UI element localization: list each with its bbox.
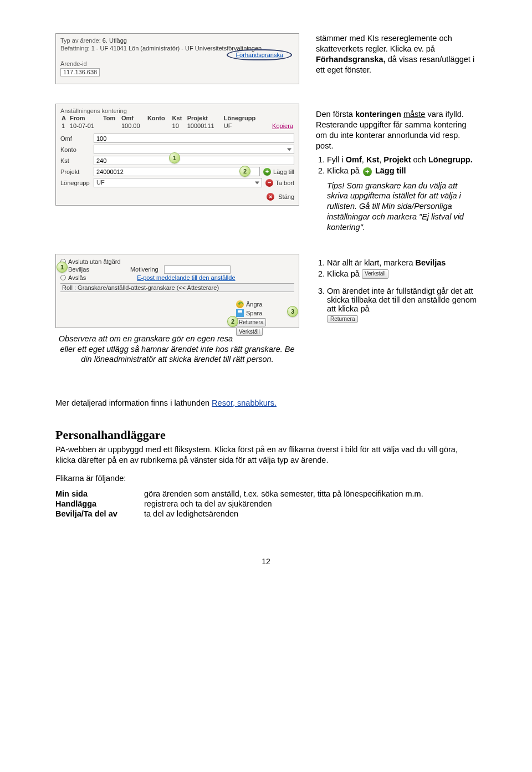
radio-avslas[interactable] (60, 275, 66, 280)
steps-kontering: Fyll i Omf, Kst, Projekt och Lönegrupp. … (316, 155, 477, 176)
para-klicka-forhandsgranska: stämmer med KIs resereglemente och skatt… (316, 33, 477, 75)
returnera-inline-button: Returnera (327, 315, 358, 323)
radio-beviljas-label: Beviljas (68, 266, 89, 273)
heading-personalhandlaggare: Personalhandläggare (55, 428, 477, 442)
step-b1: När allt är klart, markera Beviljas (327, 258, 477, 267)
lonegrupp-label: Lönegrupp (60, 180, 94, 186)
arendeid-value: 117.136.638 (60, 68, 100, 76)
callout-1: 1 (169, 152, 180, 163)
save-icon[interactable] (236, 309, 244, 317)
kst-label: Kst (60, 157, 94, 164)
arendeid-label: Ärende-id (60, 60, 87, 67)
step2: Klicka på + Lägg till (327, 166, 477, 176)
flikar-label: Flikarna är följande: (55, 473, 477, 484)
minus-icon[interactable]: – (265, 179, 273, 187)
observera-note: Observera att om en granskare gör en ege… (55, 334, 299, 365)
kopiera-link[interactable]: Kopiera (272, 122, 293, 129)
para-fliksystem: PA-webben är uppbyggd med ett fliksystem… (55, 444, 477, 466)
close-icon[interactable]: × (267, 193, 274, 201)
step-b3: Om ärendet inte är full­ständigt går det… (327, 287, 477, 323)
para-kontering-intro2: Den första konteringen måste vara ifylld… (316, 109, 477, 151)
epost-link[interactable]: E-post meddelande till den anställde (137, 274, 235, 281)
returnera-button[interactable]: Returnera (236, 318, 266, 326)
callout-2b: 2 (227, 316, 238, 327)
motivering-input[interactable] (164, 265, 231, 274)
term-bevilja: Bevilja/Ta del av (55, 509, 133, 518)
tabort-label[interactable]: Ta bort (275, 180, 294, 186)
step-b2: Klicka på Verkställ (327, 269, 477, 279)
step1: Fyll i Omf, Kst, Projekt och Lönegrupp. (327, 155, 477, 164)
forhandsgranska-link[interactable]: Förhandsgranska (227, 49, 292, 60)
callout-1b: 1 (57, 262, 68, 273)
resor-link[interactable]: Resor, snabbkurs. (212, 398, 277, 407)
radio-avsluta-label: Avsluta utan åtgärd (68, 258, 121, 265)
kontering-table: AFromTom OmfKontoKst ProjektLönegrupp 11… (60, 114, 294, 130)
mer-info: Mer detaljerad information finns i lathu… (55, 398, 477, 408)
desc-minsida: göra ärenden som anställd, t.ex. söka se… (144, 489, 477, 498)
verkstall-inline-button: Verkställ (362, 269, 388, 279)
desc-bevilja: ta del av ledighetsärenden (144, 509, 477, 518)
befattning-label: Befattning: (60, 45, 90, 52)
term-handlagga: Handlägga (55, 499, 133, 508)
konto-label: Konto (60, 146, 94, 153)
laggtill-label[interactable]: Lägg till (273, 168, 294, 175)
verkstall-button[interactable]: Verkställ (236, 328, 263, 336)
stang-label[interactable]: Stäng (278, 193, 294, 200)
projekt-input[interactable] (94, 167, 260, 176)
omf-input[interactable] (94, 134, 294, 143)
angra-label[interactable]: Ångra (246, 301, 262, 308)
omf-label: Omf (60, 135, 94, 142)
konto-select[interactable] (94, 145, 294, 154)
page-number: 12 (55, 557, 477, 566)
spara-label[interactable]: Spara (246, 310, 262, 316)
radio-avslas-label: Avslås (68, 274, 86, 281)
desc-handlagga: registrera och ta del av sjukärenden (144, 499, 477, 508)
steps-beslut: När allt är klart, markera Beviljas Klic… (316, 258, 477, 323)
type-label: Typ av ärende: (60, 37, 101, 44)
lonegrupp-select[interactable]: UF (94, 178, 262, 187)
projekt-label: Projekt (60, 168, 94, 175)
motivering-label: Motivering (130, 266, 158, 273)
screenshot-beslut: Avsluta utan åtgärd Beviljas Motivering … (55, 254, 299, 328)
plus-icon[interactable]: + (263, 168, 271, 176)
term-minsida: Min sida (55, 489, 133, 498)
role-bar: Roll : Granskare/anställd-attest-granska… (60, 283, 294, 292)
screenshot-arende: Typ av ärende: 6. Utlägg Befattning: 1 -… (55, 33, 299, 84)
flikar-defs: Min sida göra ärenden som anställd, t.ex… (55, 489, 477, 518)
type-value: 6. Utlägg (103, 37, 127, 44)
callout-2: 2 (239, 166, 250, 177)
kst-input[interactable] (94, 156, 294, 165)
callout-3: 3 (287, 306, 298, 317)
undo-icon[interactable]: ↶ (236, 300, 244, 308)
kontering-title: Anställningens kontering (60, 108, 294, 114)
plus-icon: + (363, 167, 372, 176)
tips-text: Tips! Som granskare kan du välja att skr… (327, 181, 477, 233)
